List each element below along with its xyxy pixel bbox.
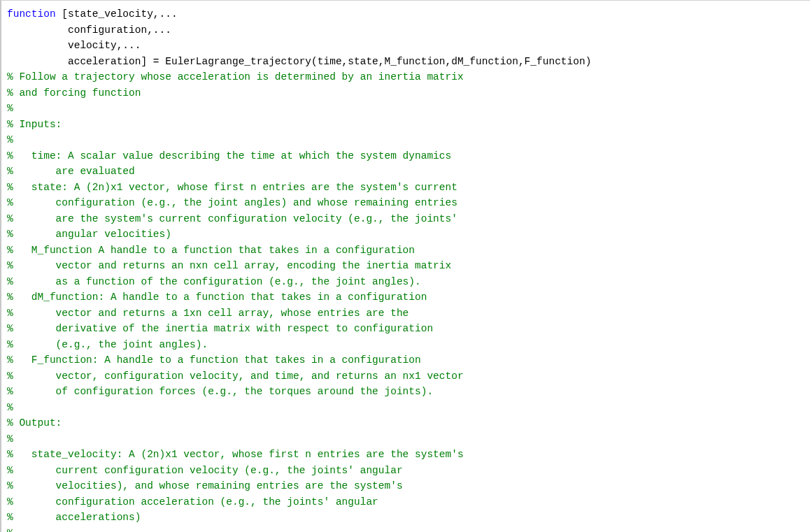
code-token: % are the system's current configuration…: [7, 213, 457, 224]
code-line[interactable]: %: [7, 132, 810, 148]
code-line[interactable]: % vector, configuration velocity, and ti…: [7, 368, 810, 384]
code-line[interactable]: % Inputs:: [7, 117, 810, 133]
code-line[interactable]: % as a function of the configuration (e.…: [7, 274, 810, 290]
code-line[interactable]: % state_velocity: A (2n)x1 vector, whose…: [7, 447, 810, 463]
code-token: % F_function: A handle to a function tha…: [7, 354, 421, 366]
code-token: % of configuration forces (e.g., the tor…: [7, 386, 433, 397]
code-line[interactable]: % current configuration velocity (e.g., …: [7, 463, 810, 479]
code-line[interactable]: % derivative of the inertia matrix with …: [7, 321, 810, 337]
code-token: % Output:: [7, 417, 62, 429]
code-token: % M_function A handle to a function that…: [7, 245, 415, 256]
code-token: % as a function of the configuration (e.…: [7, 276, 421, 287]
code-editor[interactable]: function [state_velocity,... configurati…: [7, 6, 810, 532]
code-token: %: [7, 103, 13, 114]
code-line[interactable]: % are evaluated: [7, 164, 810, 180]
code-token: % current configuration velocity (e.g., …: [7, 465, 403, 476]
code-line[interactable]: %: [7, 101, 810, 117]
code-token: %: [7, 402, 13, 413]
code-line[interactable]: % M_function A handle to a function that…: [7, 243, 810, 259]
code-line[interactable]: % vector and returns an nxn cell array, …: [7, 258, 810, 274]
code-token: velocity,...: [7, 40, 141, 51]
code-token: % (e.g., the joint angles).: [7, 339, 208, 350]
code-line[interactable]: % Output:: [7, 415, 810, 431]
code-line[interactable]: % are the system's current configuration…: [7, 211, 810, 227]
code-token: % configuration acceleration (e.g., the …: [7, 496, 378, 508]
code-token: configuration,...: [7, 24, 171, 36]
code-line[interactable]: % F_function: A handle to a function tha…: [7, 352, 810, 368]
code-token: % are evaluated: [7, 166, 135, 177]
code-token: % accelerations): [7, 512, 141, 523]
code-line[interactable]: % angular velocities): [7, 227, 810, 243]
code-token: %: [7, 433, 13, 445]
code-token: [state_velocity,...: [56, 8, 178, 20]
code-line[interactable]: % vector and returns a 1xn cell array, w…: [7, 305, 810, 322]
code-token: % Inputs:: [7, 119, 62, 130]
code-line[interactable]: function [state_velocity,...: [7, 6, 810, 22]
code-line[interactable]: % state: A (2n)x1 vector, whose first n …: [7, 180, 810, 196]
code-token: % time: A scalar value describing the ti…: [7, 150, 451, 161]
code-token: % Follow a trajectory whose acceleration…: [7, 71, 464, 82]
code-token: % dM_function: A handle to a function th…: [7, 292, 427, 303]
code-line[interactable]: % configuration (e.g., the joint angles)…: [7, 195, 810, 211]
code-token: % configuration (e.g., the joint angles)…: [7, 197, 457, 208]
code-line[interactable]: acceleration] = EulerLagrange_trajectory…: [7, 54, 810, 70]
code-token: acceleration] = EulerLagrange_trajectory…: [7, 56, 591, 67]
code-token: %: [7, 134, 13, 145]
code-token: % vector and returns an nxn cell array, …: [7, 260, 451, 271]
code-token: % angular velocities): [7, 229, 171, 240]
code-token: % vector and returns a 1xn cell array, w…: [7, 308, 408, 319]
code-line[interactable]: % (e.g., the joint angles).: [7, 337, 810, 353]
code-token: % state_velocity: A (2n)x1 vector, whose…: [7, 449, 464, 460]
code-line[interactable]: % Follow a trajectory whose acceleration…: [7, 69, 810, 85]
code-line[interactable]: configuration,...: [7, 22, 810, 38]
code-line[interactable]: velocity,...: [7, 38, 810, 54]
code-line[interactable]: %: [7, 526, 810, 533]
code-line[interactable]: % velocities), and whose remaining entri…: [7, 478, 810, 494]
code-line[interactable]: % configuration acceleration (e.g., the …: [7, 494, 810, 510]
code-line[interactable]: % time: A scalar value describing the ti…: [7, 148, 810, 164]
code-token: % vector, configuration velocity, and ti…: [7, 371, 464, 382]
code-line[interactable]: % dM_function: A handle to a function th…: [7, 289, 810, 305]
code-token: % derivative of the inertia matrix with …: [7, 323, 433, 334]
code-line[interactable]: % accelerations): [7, 510, 810, 526]
code-token: % and forcing function: [7, 87, 141, 99]
code-line[interactable]: % of configuration forces (e.g., the tor…: [7, 384, 810, 400]
code-token: %: [7, 528, 13, 533]
code-line[interactable]: % and forcing function: [7, 85, 810, 101]
code-token: % velocities), and whose remaining entri…: [7, 480, 403, 491]
code-line[interactable]: %: [7, 431, 810, 447]
code-token: % state: A (2n)x1 vector, whose first n …: [7, 182, 457, 193]
code-token: function: [7, 8, 56, 20]
code-line[interactable]: %: [7, 400, 810, 416]
